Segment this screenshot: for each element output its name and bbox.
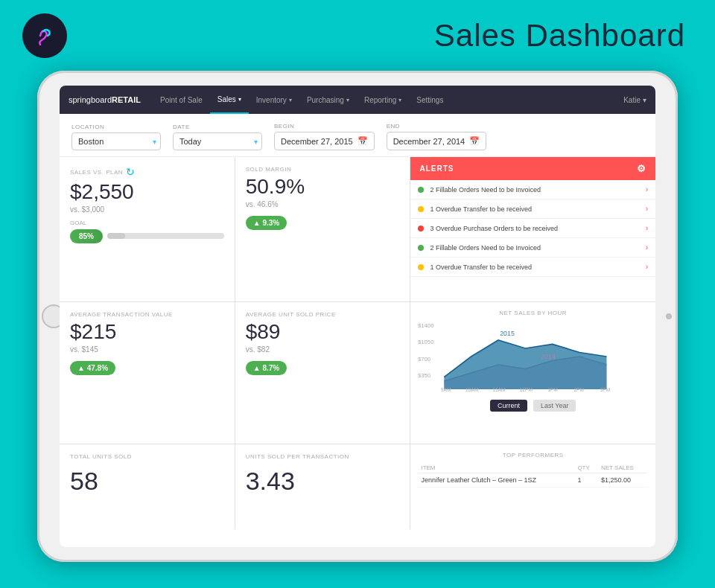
end-date-input[interactable]: December 27, 2014 📅	[387, 132, 487, 150]
filter-bar: LOCATION Boston ▾ DATE Today ▾ B	[60, 114, 655, 157]
side-dot	[666, 313, 672, 319]
location-filter-group: LOCATION Boston ▾	[72, 124, 161, 150]
svg-text:2014: 2014	[541, 354, 556, 361]
alert-item-3[interactable]: 3 Overdue Purchase Orders to be received…	[410, 219, 655, 238]
page-title: Sales Dashboard	[434, 18, 685, 54]
total-units-card: TOTAL UNITS SOLD 58	[60, 444, 235, 529]
dashboard-grid: SALES VS. PLAN ↻ $2,550 vs. $3,000 GOAL …	[60, 157, 655, 529]
begin-calendar-icon: 📅	[358, 136, 368, 146]
svg-text:$700: $700	[418, 356, 430, 362]
nav-item-purchasing[interactable]: Purchasing ▾	[299, 86, 357, 114]
refresh-icon: ↻	[126, 166, 136, 178]
alert-item-5[interactable]: 1 Overdue Transfer to be received ›	[410, 258, 655, 277]
avg-transaction-card: AVERAGE TRANSACTION VALUE $215 vs. $145 …	[60, 302, 235, 444]
svg-marker-6	[445, 340, 607, 389]
alert-chevron-icon: ›	[646, 243, 648, 252]
last-year-legend-button[interactable]: Last Year	[533, 400, 576, 412]
nav-brand: springboardRETAIL	[69, 95, 141, 104]
top-performers-card: TOP PERFORMERS ITEM QTY NET SALES Jennif…	[410, 444, 655, 529]
progress-track	[107, 233, 224, 239]
svg-text:2015: 2015	[500, 330, 515, 338]
sold-margin-card: SOLD MARGIN 50.9% vs. 46.6% ▲ 9.3%	[235, 157, 410, 301]
page-header: Sales Dashboard	[0, 0, 715, 65]
avg-unit-price-card: AVERAGE UNIT SOLD PRICE $89 vs. $82 ▲ 8.…	[235, 302, 410, 444]
alert-chevron-icon: ›	[646, 263, 648, 271]
sales-vs-plan-card: SALES VS. PLAN ↻ $2,550 vs. $3,000 GOAL …	[60, 157, 235, 301]
location-select[interactable]: Boston	[72, 132, 161, 150]
svg-point-0	[31, 22, 58, 49]
avg-unit-price-badge: ▲ 8.7%	[246, 361, 287, 375]
svg-text:$1050: $1050	[418, 339, 433, 346]
nav-item-reporting[interactable]: Reporting ▾	[357, 86, 409, 114]
begin-date-input[interactable]: December 27, 2015 📅	[274, 132, 375, 150]
nav-bar: springboardRETAIL Point of Sale Sales ▾ …	[60, 86, 655, 114]
svg-text:3PM: 3PM	[600, 388, 611, 393]
avg-transaction-badge: ▲ 47.8%	[70, 361, 115, 375]
ipad-frame: springboardRETAIL Point of Sale Sales ▾ …	[37, 71, 678, 562]
svg-text:9AM: 9AM	[441, 388, 451, 393]
svg-text:$1400: $1400	[418, 323, 433, 330]
alert-item-2[interactable]: 1 Overdue Transfer to be received ›	[410, 199, 655, 219]
alert-item-1[interactable]: 2 Fillable Orders Need to be Invoiced ›	[410, 180, 655, 199]
nav-item-settings[interactable]: Settings	[409, 86, 451, 114]
net-sales-chart-card: NET SALES BY HOUR $1400 $1050 $700 $350 …	[410, 302, 655, 444]
alert-item-4[interactable]: 2 Fillable Orders Need to be Invoiced ›	[410, 238, 655, 258]
svg-text:10AM: 10AM	[465, 388, 478, 393]
nav-item-inventory[interactable]: Inventory ▾	[249, 86, 299, 114]
begin-filter-group: BEGIN December 27, 2015 📅	[274, 123, 375, 150]
alert-chevron-icon: ›	[646, 224, 648, 232]
units-per-transaction-card: UNITS SOLD PER TRANSACTION 3.43	[235, 444, 410, 529]
net-sales-chart: $1400 $1050 $700 $350 2015 2014 9AM 10	[418, 319, 648, 394]
alerts-header: ALERTS ⚙	[410, 157, 655, 180]
date-filter-group: DATE Today ▾	[173, 124, 262, 150]
nav-item-pos[interactable]: Point of Sale	[153, 86, 210, 114]
chart-legend: Current Last Year	[418, 400, 648, 412]
date-select[interactable]: Today	[173, 132, 262, 150]
alerts-settings-icon[interactable]: ⚙	[637, 163, 646, 174]
svg-text:1PM: 1PM	[548, 388, 559, 393]
alert-chevron-icon: ›	[646, 185, 648, 194]
nav-user[interactable]: Katie ▾	[623, 96, 646, 104]
ipad-screen: springboardRETAIL Point of Sale Sales ▾ …	[60, 86, 655, 547]
sold-margin-badge: ▲ 9.3%	[246, 216, 287, 230]
performers-table: ITEM QTY NET SALES Jennifer Leather Clut…	[418, 463, 648, 488]
table-row: Jennifer Leather Clutch – Green – 1SZ 1 …	[418, 473, 648, 488]
alerts-card: ALERTS ⚙ 2 Fillable Orders Need to be In…	[410, 157, 655, 301]
nav-item-sales[interactable]: Sales ▾	[210, 86, 249, 114]
svg-text:12PM: 12PM	[520, 388, 533, 393]
svg-text:11AM: 11AM	[493, 388, 506, 393]
current-legend-button[interactable]: Current	[490, 400, 527, 412]
end-calendar-icon: 📅	[469, 136, 480, 146]
end-filter-group: END December 27, 2014 📅	[387, 123, 487, 150]
svg-text:$350: $350	[418, 372, 430, 379]
alert-chevron-icon: ›	[646, 205, 648, 213]
logo-circle	[22, 13, 67, 58]
svg-text:2PM: 2PM	[574, 388, 585, 393]
